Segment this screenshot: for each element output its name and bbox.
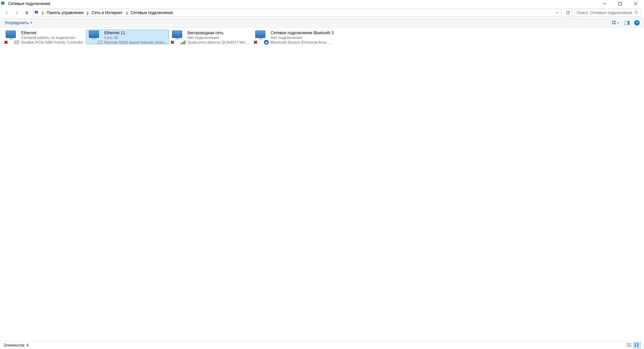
breadcrumb-item[interactable]: Сеть и Интернет bbox=[90, 9, 124, 16]
organize-label: Упорядочить bbox=[5, 20, 29, 25]
adapter-item[interactable]: ✖⋇Сетевое подключение Bluetooth 3Нет под… bbox=[252, 30, 335, 44]
adapter-icon: ✖ bbox=[170, 31, 186, 44]
content-area[interactable]: ✖EthernetСетевой кабель не подключенReal… bbox=[0, 28, 644, 341]
device-overlay-icon: ⋇ bbox=[264, 40, 269, 45]
adapter-icon: ✖⋇ bbox=[253, 31, 269, 44]
search-input[interactable] bbox=[577, 10, 634, 15]
adapter-name: Ethernet 11 bbox=[104, 31, 168, 35]
close-button[interactable] bbox=[628, 0, 643, 7]
status-overlay-icon: ✖ bbox=[4, 40, 8, 45]
adapter-item[interactable]: Ethernet 11Сеть 40Remote NDIS based Inte… bbox=[86, 30, 169, 44]
preview-pane-button[interactable] bbox=[623, 19, 631, 27]
status-count: 4 bbox=[26, 343, 29, 348]
svg-rect-4 bbox=[36, 14, 37, 14]
view-details-button[interactable] bbox=[625, 342, 633, 348]
adapter-item[interactable]: ✖Беспроводная сетьНет подключенияQualcom… bbox=[169, 30, 252, 44]
minimize-button[interactable] bbox=[597, 0, 612, 7]
breadcrumb-item[interactable]: Сетевые подключения bbox=[129, 9, 174, 16]
view-options-button[interactable]: ▼ bbox=[610, 19, 621, 27]
window-icon bbox=[1, 1, 6, 6]
adapter-status: Сетевой кабель не подключен bbox=[21, 35, 85, 40]
status-overlay-icon: ✖ bbox=[170, 40, 175, 45]
forward-button[interactable] bbox=[13, 9, 21, 17]
svg-rect-14 bbox=[635, 345, 636, 347]
up-button[interactable] bbox=[23, 9, 31, 17]
status-count-label: Элементов: bbox=[3, 343, 25, 348]
adapter-icon bbox=[87, 31, 103, 44]
adapter-name: Ethernet bbox=[21, 31, 85, 35]
adapter-name: Беспроводная сеть bbox=[187, 31, 251, 35]
svg-rect-0 bbox=[1, 2, 4, 4]
svg-rect-11 bbox=[628, 21, 629, 25]
svg-rect-3 bbox=[35, 11, 38, 13]
adapter-icon: ✖ bbox=[4, 31, 20, 44]
status-overlay-icon: ✖ bbox=[253, 40, 258, 45]
svg-point-5 bbox=[635, 11, 637, 13]
breadcrumb-item[interactable]: Панель управления bbox=[45, 9, 85, 16]
svg-rect-15 bbox=[637, 345, 639, 347]
device-overlay-icon bbox=[181, 40, 185, 45]
adapter-device: Qualcomm Atheros QCA9377 Wir... bbox=[187, 40, 251, 45]
device-overlay-icon bbox=[14, 40, 19, 45]
svg-rect-2 bbox=[619, 2, 622, 5]
status-bar: Элементов: 4 bbox=[0, 341, 644, 349]
nav-row: ❯ Панель управления ❯ Сеть и Интернет ❯ … bbox=[0, 7, 644, 18]
window-title: Сетевые подключения bbox=[8, 1, 50, 6]
svg-rect-8 bbox=[612, 23, 613, 24]
titlebar: Сетевые подключения bbox=[0, 0, 644, 7]
adapter-item[interactable]: ✖EthernetСетевой кабель не подключенReal… bbox=[3, 30, 86, 44]
chevron-right-icon: ❯ bbox=[41, 11, 45, 15]
svg-rect-12 bbox=[635, 343, 636, 345]
address-history-dropdown[interactable] bbox=[554, 9, 560, 16]
command-bar: Упорядочить ▼ ▼ ? bbox=[0, 18, 644, 28]
svg-rect-13 bbox=[637, 343, 639, 345]
adapter-device: Realtek PCIe GBE Family Controller bbox=[21, 40, 85, 45]
svg-rect-6 bbox=[612, 21, 613, 22]
chevron-right-icon: ❯ bbox=[125, 11, 129, 15]
chevron-down-icon: ▼ bbox=[30, 21, 33, 24]
svg-rect-9 bbox=[614, 23, 615, 24]
search-box[interactable] bbox=[574, 9, 641, 17]
help-button[interactable]: ? bbox=[633, 19, 641, 27]
address-icon bbox=[34, 10, 40, 16]
adapter-status: Сеть 40 bbox=[104, 35, 168, 40]
address-bar[interactable]: ❯ Панель управления ❯ Сеть и Интернет ❯ … bbox=[33, 9, 561, 17]
adapter-device: Remote NDIS based Internet Shari... bbox=[104, 40, 168, 45]
adapter-device: Bluetooth Device (Personal Area ... bbox=[271, 40, 334, 45]
chevron-right-icon: ❯ bbox=[86, 11, 90, 15]
organize-button[interactable]: Упорядочить ▼ bbox=[3, 19, 35, 27]
svg-rect-7 bbox=[614, 21, 615, 22]
search-icon bbox=[634, 10, 639, 15]
chevron-down-icon: ▼ bbox=[617, 22, 619, 24]
adapter-name: Сетевое подключение Bluetooth 3 bbox=[271, 31, 334, 35]
adapter-status: Нет подключения bbox=[187, 35, 251, 40]
maximize-button[interactable] bbox=[612, 0, 628, 7]
svg-rect-1 bbox=[2, 5, 4, 5]
adapter-status: Нет подключения bbox=[271, 35, 334, 40]
back-button[interactable] bbox=[3, 9, 11, 17]
device-overlay-icon bbox=[98, 40, 102, 45]
refresh-button[interactable] bbox=[564, 9, 572, 17]
view-tiles-button[interactable] bbox=[633, 342, 641, 348]
help-icon: ? bbox=[634, 20, 640, 26]
